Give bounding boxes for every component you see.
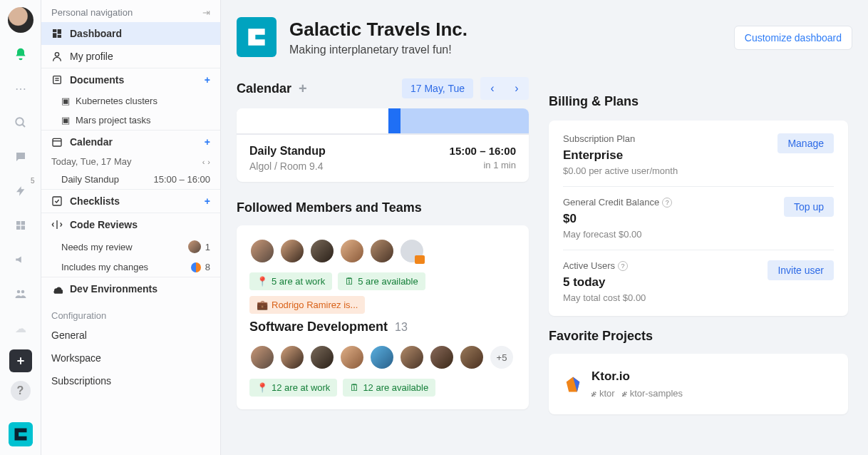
billing-section-title: Billing & Plans bbox=[549, 94, 848, 109]
member-avatar[interactable] bbox=[399, 238, 425, 264]
includes-changes-row[interactable]: Includes my changes 8 bbox=[41, 257, 220, 277]
config-item-workspace[interactable]: Workspace bbox=[41, 347, 220, 369]
chat-icon[interactable] bbox=[8, 144, 33, 170]
profile-icon bbox=[51, 51, 63, 62]
svg-rect-10 bbox=[9, 422, 33, 446]
chip-label: 5 are at work bbox=[272, 276, 325, 287]
calendar-event[interactable]: Daily Standup Algol / Room 9.4 15:00 – 1… bbox=[237, 134, 529, 182]
doc-icon: ▣ bbox=[61, 96, 70, 106]
doc-label: Kubernetes clusters bbox=[76, 96, 157, 106]
calendar-timeline[interactable] bbox=[237, 108, 529, 134]
person-status-chip[interactable]: 💼Rodrigo Ramirez is... bbox=[249, 296, 365, 314]
search-icon[interactable] bbox=[8, 110, 33, 136]
needs-review-row[interactable]: Needs my review 1 bbox=[41, 236, 220, 257]
customize-dashboard-button[interactable]: Customize dashboard bbox=[734, 26, 852, 50]
megaphone-icon[interactable] bbox=[8, 247, 33, 272]
svg-point-0 bbox=[16, 118, 24, 126]
member-avatar[interactable] bbox=[429, 344, 455, 370]
sidebar-section-documents[interactable]: Documents + bbox=[41, 68, 220, 91]
member-avatar[interactable] bbox=[459, 344, 485, 370]
event-name: Daily Standup bbox=[61, 174, 119, 185]
member-avatar[interactable] bbox=[279, 344, 305, 370]
invite-user-button[interactable]: Invite user bbox=[768, 260, 834, 280]
config-item-general[interactable]: General bbox=[41, 324, 220, 347]
config-item-subscriptions[interactable]: Subscriptions bbox=[41, 369, 220, 392]
add-calendar-event-icon[interactable]: + bbox=[299, 81, 307, 97]
sidebar-section-checklists[interactable]: Checklists + bbox=[41, 189, 220, 213]
pin-icon: 📍 bbox=[257, 382, 268, 393]
calendar-icon bbox=[51, 136, 63, 148]
row-sub: May forecast $0.00 bbox=[563, 229, 672, 240]
row-label: Needs my review bbox=[61, 242, 133, 252]
at-work-chip[interactable]: 📍5 are at work bbox=[249, 272, 332, 290]
more-icon[interactable]: ⋯ bbox=[8, 76, 33, 101]
svg-rect-11 bbox=[53, 29, 56, 32]
collapse-icon[interactable]: ⇥ bbox=[202, 7, 210, 18]
doc-item-kubernetes[interactable]: ▣Kubernetes clusters bbox=[41, 91, 220, 111]
add-document-button[interactable]: + bbox=[205, 74, 210, 86]
svg-rect-14 bbox=[58, 35, 61, 38]
more-members[interactable]: +5 bbox=[489, 344, 515, 370]
member-avatar[interactable] bbox=[309, 344, 335, 370]
people-icon[interactable] bbox=[8, 281, 33, 307]
next-day-icon[interactable]: › bbox=[207, 158, 210, 166]
add-calendar-button[interactable]: + bbox=[205, 136, 210, 148]
date-pill[interactable]: 17 May, Tue bbox=[402, 78, 473, 98]
prev-date-button[interactable]: ‹ bbox=[480, 77, 505, 100]
member-avatar[interactable] bbox=[399, 344, 425, 370]
calendar-event-row[interactable]: Daily Standup 15:00 – 16:00 bbox=[41, 170, 220, 189]
sidebar-item-dashboard[interactable]: Dashboard bbox=[41, 22, 220, 45]
member-avatar[interactable] bbox=[309, 238, 335, 264]
page-title: Galactic Travels Inc. bbox=[289, 19, 467, 41]
pin-icon: 📍 bbox=[257, 276, 268, 287]
member-avatar[interactable] bbox=[279, 238, 305, 264]
cloud-icon[interactable]: ☁ bbox=[8, 315, 33, 341]
sidebar-item-profile[interactable]: My profile bbox=[41, 45, 220, 68]
favorite-project-card[interactable]: Ktor.io ⸙ktor ⸙ktor-samples bbox=[549, 354, 848, 414]
row-label: Active Users bbox=[563, 260, 615, 271]
member-avatar[interactable] bbox=[339, 238, 365, 264]
available-chip[interactable]: 🗓12 are available bbox=[343, 379, 435, 397]
svg-rect-5 bbox=[21, 226, 24, 230]
member-avatar[interactable] bbox=[369, 238, 395, 264]
subscription-row: Subscription Plan Enterprise $0.00 per a… bbox=[563, 123, 834, 186]
member-avatar[interactable] bbox=[249, 238, 275, 264]
manage-button[interactable]: Manage bbox=[777, 133, 834, 153]
member-avatar[interactable] bbox=[249, 344, 275, 370]
svg-point-15 bbox=[55, 53, 58, 56]
topup-button[interactable]: Top up bbox=[784, 197, 834, 217]
at-work-chip[interactable]: 📍12 are at work bbox=[249, 379, 337, 397]
billing-panel: Subscription Plan Enterprise $0.00 per a… bbox=[549, 121, 848, 316]
today-label: Today, Tue, 17 May bbox=[51, 156, 132, 167]
sidebar-header: Personal navigation ⇥ bbox=[41, 0, 220, 22]
doc-item-mars[interactable]: ▣Mars project tasks bbox=[41, 111, 220, 130]
project-tags: ⸙ktor ⸙ktor-samples bbox=[591, 388, 834, 399]
lightning-icon[interactable] bbox=[8, 178, 33, 204]
next-date-button[interactable]: › bbox=[505, 77, 529, 100]
section-label: Code Reviews bbox=[70, 219, 138, 230]
help-icon[interactable]: ? bbox=[11, 381, 31, 401]
svg-point-6 bbox=[16, 290, 20, 294]
row-value: $0 bbox=[563, 212, 672, 226]
add-button[interactable] bbox=[9, 349, 32, 372]
available-chip[interactable]: 🗓5 are available bbox=[338, 272, 425, 290]
apps-icon[interactable] bbox=[8, 213, 33, 238]
prev-day-icon[interactable]: ‹ bbox=[202, 158, 205, 166]
event-location: Algol / Room 9.4 bbox=[249, 160, 326, 172]
team-count: 13 bbox=[395, 321, 408, 334]
notifications-icon[interactable] bbox=[8, 41, 33, 67]
member-avatar[interactable] bbox=[369, 344, 395, 370]
row-value: 5 today bbox=[563, 275, 646, 290]
sidebar-section-calendar[interactable]: Calendar + bbox=[41, 130, 220, 153]
project-logo-icon bbox=[563, 374, 583, 394]
user-avatar[interactable] bbox=[8, 7, 33, 33]
cloud-icon bbox=[51, 283, 63, 295]
help-tooltip-icon[interactable]: ? bbox=[618, 261, 628, 271]
member-avatar[interactable] bbox=[339, 344, 365, 370]
row-label: Subscription Plan bbox=[563, 133, 678, 144]
sidebar-section-code-reviews[interactable]: Code Reviews bbox=[41, 213, 220, 236]
help-tooltip-icon[interactable]: ? bbox=[662, 198, 672, 208]
brand-logo-icon[interactable] bbox=[9, 422, 33, 446]
sidebar-section-dev-env[interactable]: Dev Environments bbox=[41, 277, 220, 300]
add-checklist-button[interactable]: + bbox=[205, 195, 210, 207]
